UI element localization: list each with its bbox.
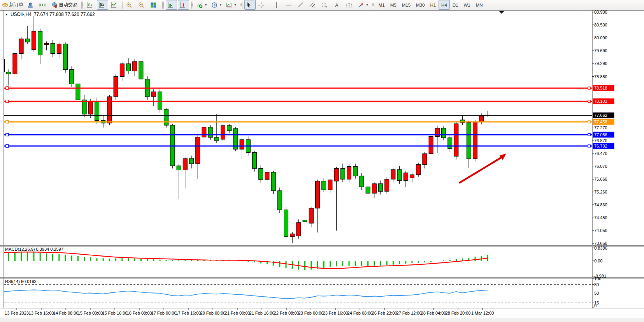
candle-body: [448, 138, 452, 149]
cursor-tool-button[interactable]: [244, 0, 256, 10]
macd-histogram-bar: [58, 254, 60, 261]
timeframe-button-W1[interactable]: W1: [461, 0, 473, 10]
timeframe-button-D1[interactable]: D1: [450, 0, 461, 10]
candle-body: [297, 223, 301, 236]
line-chart-button[interactable]: [109, 0, 120, 10]
new-order-button[interactable]: 新订单: [0, 0, 25, 10]
text-label-tool-button[interactable]: T: [344, 0, 356, 10]
candle-body: [88, 101, 93, 114]
horizontal-line-icon: [286, 2, 292, 8]
line-anchor[interactable]: [6, 121, 9, 123]
macd-histogram-bar: [273, 261, 274, 266]
line-anchor[interactable]: [6, 144, 9, 147]
rsi-tick-label: 50: [594, 291, 599, 296]
indicators-button[interactable]: ▼: [195, 0, 209, 10]
templates-button[interactable]: ▼: [225, 0, 239, 10]
toolbar-grip[interactable]: [162, 2, 164, 9]
timeframe-button-MN[interactable]: MN: [473, 0, 486, 10]
toolbar-separator: [122, 2, 123, 9]
line-anchor[interactable]: [6, 100, 9, 103]
signals-button[interactable]: [38, 0, 49, 10]
timeframe-button-M30[interactable]: M30: [413, 0, 427, 10]
macd-histogram-bar: [323, 261, 325, 268]
channel-tool-button[interactable]: E: [308, 0, 319, 10]
macd-histogram-bar: [393, 261, 394, 265]
candle-body: [479, 116, 484, 122]
text-tool-button[interactable]: A: [332, 0, 344, 10]
new-order-label: 新订单: [9, 2, 23, 8]
chart-shift-button[interactable]: [178, 0, 189, 10]
candle-body: [95, 101, 99, 120]
macd-histogram-bar: [14, 252, 16, 261]
candle-body: [309, 208, 313, 223]
arrows-tool-button[interactable]: ▼: [356, 0, 370, 10]
macd-histogram-bar: [456, 259, 457, 261]
line-anchor[interactable]: [588, 134, 590, 136]
periods-clock-icon: [211, 2, 218, 8]
line-anchor[interactable]: [6, 133, 9, 136]
line-anchor[interactable]: [588, 145, 590, 147]
periods-button[interactable]: ▼: [210, 0, 224, 10]
candle-body: [391, 170, 395, 179]
candle-body: [265, 172, 269, 179]
candle-body: [177, 166, 181, 170]
candle-body: [240, 140, 244, 150]
line-anchor[interactable]: [588, 100, 590, 102]
candle-body: [334, 169, 339, 181]
line-anchor[interactable]: [588, 87, 590, 89]
macd-histogram-bar: [172, 260, 173, 261]
timeframe-button-M1[interactable]: M1: [376, 0, 388, 10]
candlestick-chart-button[interactable]: [97, 0, 108, 10]
time-tick-label: 21 Feb 00:00: [225, 311, 250, 315]
autotrading-button[interactable]: 自动交易: [50, 0, 79, 10]
candle-body: [423, 154, 427, 165]
macd-histogram-bar: [8, 252, 9, 261]
timeframe-button-H4[interactable]: H4: [439, 0, 450, 10]
zoom-in-button[interactable]: [125, 0, 136, 10]
chart-canvas[interactable]: 80.90080.50080.09079.69079.29078.88077.2…: [0, 0, 644, 322]
candle-body: [63, 44, 68, 69]
time-tick-label: 24 Feb 08:00: [347, 311, 373, 315]
horizontal-line-tool-button[interactable]: [284, 0, 295, 10]
auto-scroll-button[interactable]: [166, 0, 177, 10]
toolbar-grip[interactable]: [240, 2, 242, 9]
candle-body: [416, 165, 421, 175]
macd-histogram-bar: [128, 258, 129, 261]
macd-histogram-bar: [430, 261, 432, 262]
macd-histogram-bar: [443, 260, 444, 261]
candle-body: [158, 92, 162, 109]
candle-body: [347, 167, 351, 179]
chevron-down-icon: ▼: [5, 13, 8, 16]
profile-button[interactable]: [26, 0, 37, 10]
fibonacci-icon: F: [322, 2, 328, 8]
macd-histogram-bar: [336, 261, 337, 266]
macd-histogram-bar: [311, 261, 312, 269]
trendline-tool-button[interactable]: [296, 0, 307, 10]
macd-name: MACD(12,26,9): [5, 247, 35, 252]
timeframe-button-M5[interactable]: M5: [388, 0, 399, 10]
price-badge-label: 77.662: [594, 113, 607, 118]
vertical-line-tool-button[interactable]: [272, 0, 283, 10]
crosshair-tool-button[interactable]: [256, 0, 268, 10]
tile-windows-button[interactable]: [149, 0, 160, 10]
time-tick-label: 17 Feb 00:00: [151, 311, 177, 315]
macd-histogram-bar: [40, 253, 41, 261]
macd-histogram-bar: [115, 259, 116, 261]
toolbar-grip[interactable]: [191, 2, 193, 9]
chevron-down-icon: ▼: [219, 3, 222, 7]
time-tick-label: 26 Feb 23:00: [372, 311, 397, 315]
candle-body: [410, 175, 414, 178]
timeframe-button-H1[interactable]: H1: [427, 0, 439, 10]
line-anchor[interactable]: [6, 87, 9, 90]
chevron-down-icon: ▼: [234, 3, 237, 7]
line-anchor[interactable]: [588, 121, 590, 123]
fibonacci-tool-button[interactable]: F: [320, 0, 332, 10]
macd-histogram-bar: [71, 255, 72, 261]
zoom-out-button[interactable]: [137, 0, 148, 10]
rsi-tick-label: 100: [594, 276, 601, 281]
timeframe-button-M15[interactable]: M15: [399, 0, 413, 10]
candle-body: [139, 62, 143, 79]
toolbar-grip[interactable]: [372, 2, 374, 9]
bar-chart-button[interactable]: [85, 0, 96, 10]
toolbar-grip[interactable]: [81, 2, 83, 9]
